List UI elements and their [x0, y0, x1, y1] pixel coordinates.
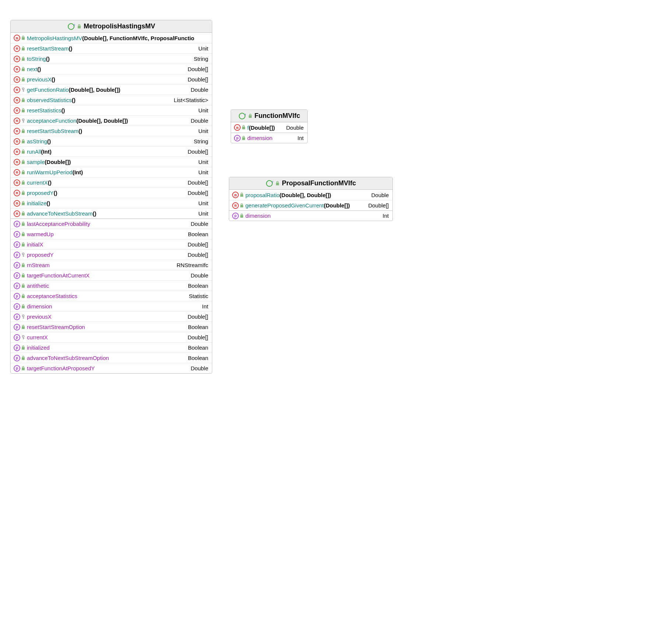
member-icons: m [14, 138, 27, 145]
member-return-type: Boolean [185, 231, 208, 237]
member-name-text: targetFunctionAtProposedY [27, 365, 95, 371]
class-box-metropolis[interactable]: MetropolisHastingsMVmMetropolisHastingsM… [10, 20, 212, 374]
method-row[interactable]: mresetStatistics()Unit [11, 105, 212, 115]
method-row[interactable]: msample(Double[])Unit [11, 157, 212, 167]
property-row[interactable]: pcurrentXDouble[] [11, 332, 212, 342]
class-box-proposalfunctionmvifc[interactable]: ProposalFunctionMVIfcmproposalRatio(Doub… [229, 177, 393, 221]
class-header[interactable]: MetropolisHastingsMV [11, 20, 212, 33]
property-row[interactable]: pinitializedBoolean [11, 342, 212, 353]
method-row[interactable]: masString()String [11, 136, 212, 146]
svg-rect-2 [22, 37, 25, 40]
property-row[interactable]: pproposedYDouble[] [11, 249, 212, 260]
lock-icon [21, 56, 25, 62]
member-name-text: resetStartStream [27, 45, 69, 52]
class-box-functionmvifc[interactable]: FunctionMVIfcmf(Double[])Doublepdimensio… [231, 109, 308, 143]
property-icon: p [14, 221, 20, 227]
member-name-text: warmedUp [27, 231, 54, 237]
property-row[interactable]: ptargetFunctionAtProposedYDouble [11, 363, 212, 373]
member-icons: m [14, 107, 27, 114]
property-row[interactable]: ppreviousXDouble[] [11, 311, 212, 322]
member-return-type: Boolean [185, 324, 208, 330]
key-icon [21, 335, 25, 340]
method-icon: m [14, 97, 20, 104]
property-row[interactable]: pinitialXDouble[] [11, 239, 212, 249]
member-return-type: Unit [195, 107, 208, 113]
svg-point-39 [266, 181, 272, 186]
svg-rect-8 [22, 99, 25, 102]
property-row[interactable]: padvanceToNextSubStreamOptionBoolean [11, 353, 212, 363]
member-icons: p [14, 231, 27, 238]
member-name: resetStatistics() [27, 107, 65, 113]
method-row[interactable]: mproposedY()Double[] [11, 188, 212, 198]
member-name: resetStartStream() [27, 45, 72, 52]
member-icons: p [14, 365, 27, 372]
member-name-text: initialized [27, 344, 50, 351]
member-icons: p [14, 324, 27, 330]
member-name-text: antithetic [27, 283, 49, 289]
property-row[interactable]: pwarmedUpBoolean [11, 229, 212, 239]
method-icon: m [14, 169, 20, 176]
member-icons: p [14, 252, 27, 258]
property-row[interactable]: plastAcceptanceProbabilityDouble [11, 218, 212, 229]
member-icons: p [232, 213, 245, 219]
method-row[interactable]: mgenerateProposedGivenCurrent(Double[])D… [229, 200, 392, 210]
method-row[interactable]: mnext()Double[] [11, 64, 212, 74]
method-row[interactable]: mrunWarmUpPeriod(Int)Unit [11, 167, 212, 177]
property-icon: p [14, 262, 20, 269]
member-name: sample(Double[]) [27, 159, 71, 165]
method-row[interactable]: mf(Double[])Double [231, 122, 307, 133]
member-name-text: acceptanceStatistics [27, 293, 77, 299]
member-signature: (Double[], Double[]) [280, 192, 331, 198]
member-name: advanceToNextSubStream() [27, 210, 96, 217]
method-icon: m [14, 159, 20, 165]
method-row[interactable]: mgetFunctionRatio(Double[], Double[])Dou… [11, 84, 212, 95]
method-row[interactable]: mcurrentX()Double[] [11, 177, 212, 188]
svg-rect-32 [22, 347, 25, 350]
member-signature: (Double[], Double[]) [69, 87, 120, 93]
method-row[interactable]: mproposalRatio(Double[], Double[])Double [229, 190, 392, 200]
member-name: targetFunctionAtProposedY [27, 365, 95, 371]
property-row[interactable]: pdimensionInt [229, 210, 392, 221]
member-signature: () [37, 66, 41, 72]
method-row[interactable]: minitialize()Unit [11, 198, 212, 208]
property-row[interactable]: pantitheticBoolean [11, 280, 212, 291]
member-icons: m [232, 202, 245, 209]
member-name-text: rnStream [27, 262, 50, 268]
method-row[interactable]: macceptanceFunction(Double[], Double[])D… [11, 115, 212, 126]
member-signature: (Double[]) [249, 125, 275, 131]
property-row[interactable]: presetStartStreamOptionBoolean [11, 322, 212, 332]
property-row[interactable]: pdimensionInt [231, 133, 307, 143]
member-icons: m [14, 148, 27, 155]
interface-icon [67, 23, 75, 30]
method-row[interactable]: mresetStartStream()Unit [11, 43, 212, 53]
svg-rect-38 [242, 137, 245, 140]
method-icon: m [14, 118, 20, 124]
method-row[interactable]: mobservedStatistics()List<Statistic> [11, 95, 212, 105]
member-return-type: Double [188, 87, 208, 93]
method-row[interactable]: mMetropolisHastingsMV(Double[], Function… [11, 33, 212, 43]
property-row[interactable]: prnStreamRNStreamIfc [11, 260, 212, 270]
member-name: initialized [27, 344, 50, 351]
key-icon [21, 252, 25, 258]
class-header[interactable]: ProposalFunctionMVIfc [229, 177, 392, 190]
method-icon: m [14, 148, 20, 155]
method-row[interactable]: madvanceToNextSubStream()Unit [11, 208, 212, 218]
svg-rect-5 [22, 69, 25, 71]
property-icon: p [232, 213, 239, 219]
member-signature: () [69, 45, 72, 52]
method-row[interactable]: mpreviousX()Double[] [11, 74, 212, 84]
method-row[interactable]: mrunAll(Int)Double[] [11, 146, 212, 157]
svg-rect-14 [22, 161, 25, 164]
class-title: ProposalFunctionMVIfc [282, 179, 356, 187]
property-row[interactable]: pacceptanceStatisticsStatistic [11, 291, 212, 301]
member-icons: m [14, 76, 27, 83]
member-signature: (Double[], Double[]) [76, 118, 128, 124]
property-row[interactable]: pdimensionInt [11, 301, 212, 311]
method-row[interactable]: mtoString()String [11, 53, 212, 64]
svg-rect-13 [22, 151, 25, 154]
member-return-type: Unit [195, 159, 208, 165]
property-row[interactable]: ptargetFunctionAtCurrentXDouble [11, 270, 212, 280]
class-header[interactable]: FunctionMVIfc [231, 110, 307, 122]
method-row[interactable]: mresetStartSubStream()Unit [11, 126, 212, 136]
member-name-text: currentX [27, 334, 48, 340]
